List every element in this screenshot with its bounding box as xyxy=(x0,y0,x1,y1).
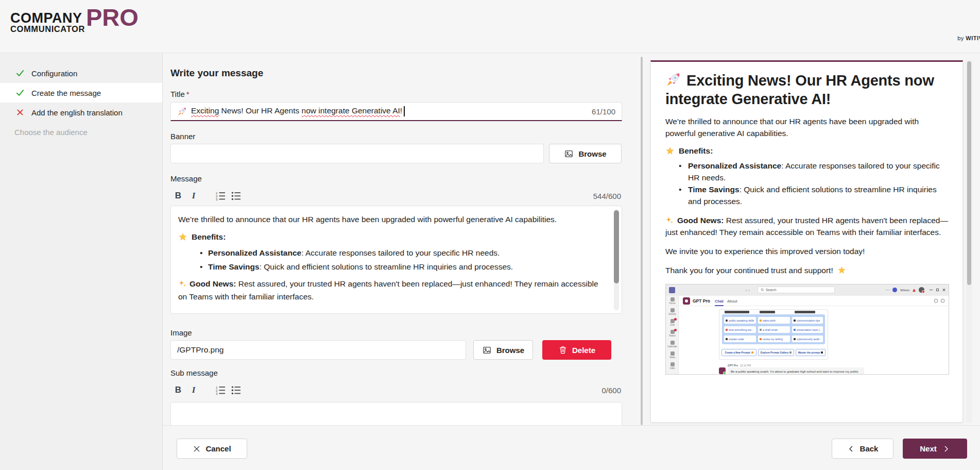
bullet-list-button[interactable] xyxy=(228,382,244,398)
chip-icon xyxy=(726,320,728,322)
rail-item-calendar: Calendar xyxy=(666,339,679,350)
banner-label: Banner xyxy=(170,132,622,141)
prompt-chip: revise my writing xyxy=(758,335,790,342)
preview-benefits-heading: Benefits: xyxy=(665,146,948,156)
sidebar-item-label: Choose the audience xyxy=(14,128,88,137)
svg-text:3: 3 xyxy=(216,392,218,395)
chevron-right-icon xyxy=(942,445,950,453)
glowing-star-emoji-icon xyxy=(665,146,675,156)
teams-logo-icon xyxy=(669,287,675,293)
prompt-chip: cybersecurity audit ... xyxy=(792,335,823,342)
teams-search-box: Search xyxy=(758,287,835,293)
numbered-list-button[interactable]: 123 xyxy=(213,188,228,204)
italic-button[interactable]: I xyxy=(186,188,201,204)
gpt-pro-app-icon xyxy=(683,297,690,305)
prompt-chip: communication tips xyxy=(792,317,823,324)
cancel-button[interactable]: Cancel xyxy=(177,439,247,459)
tasks-icon xyxy=(670,351,675,356)
preview-title: Exciting News! Our HR Agents now integra… xyxy=(665,71,948,108)
message-editor[interactable]: We're thrilled to announce that our HR a… xyxy=(170,206,622,314)
next-button[interactable]: Next xyxy=(903,439,967,459)
app-badge-icon xyxy=(892,288,897,292)
message-toolbar: B I 123 544/600 xyxy=(170,188,622,204)
sparkles-emoji-icon xyxy=(178,279,187,288)
company-communicator-pro-logo: COMPANY COMMUNICATOR PRO by WITIVIO xyxy=(10,6,980,33)
app-header: COMPANY COMMUNICATOR PRO by WITIVIO xyxy=(0,0,980,53)
preview-goodnews-paragraph: Good News: Rest assured, your trusted HR… xyxy=(665,214,948,238)
sidebar-item-label: Configuration xyxy=(31,69,77,78)
alert-triangle-icon xyxy=(913,289,916,292)
prompt-chip: explain code xyxy=(724,335,756,342)
bold-button[interactable]: B xyxy=(170,382,186,398)
avatar xyxy=(919,287,924,293)
bullet-list-button[interactable] xyxy=(228,188,244,204)
preview-thanks-paragraph: Thank you for your continued trust and s… xyxy=(665,264,948,276)
image-label: Image xyxy=(170,328,622,337)
trash-icon xyxy=(558,345,568,355)
error-x-icon xyxy=(14,107,26,118)
sidebar-item-label: Create the message xyxy=(31,89,101,97)
chip-icon xyxy=(726,329,728,331)
chip-icon xyxy=(760,320,762,322)
glowing-star-emoji-icon xyxy=(178,232,187,242)
clipped-column-header xyxy=(760,311,775,313)
teams-app-header: GPT Pro Chat About xyxy=(679,296,949,306)
preview-scrollbar-track[interactable] xyxy=(966,60,972,423)
sidebar-item-choose-audience[interactable]: Choose the audience xyxy=(0,122,162,142)
image-delete-button[interactable]: Delete xyxy=(542,340,611,360)
image-path-input[interactable]: /GPTPro.png xyxy=(170,340,466,360)
prompt-chip: public speaking skills xyxy=(724,317,756,324)
wizard-steps-sidebar: Configuration Create the message Add the… xyxy=(0,53,163,470)
text-cursor xyxy=(404,106,405,116)
message-paragraph: We're thrilled to announce that our HR a… xyxy=(178,213,599,226)
message-form: Write your message Title* Exciting News!… xyxy=(170,53,622,425)
master-the-prompt-chip: Master the prompt xyxy=(796,349,826,356)
back-button[interactable]: Back xyxy=(832,439,893,459)
svg-text:1: 1 xyxy=(216,386,218,389)
teams-app-rail: Home Activity Chat Teams Calendar Tasks … xyxy=(666,296,679,374)
chevron-left-icon xyxy=(847,445,855,453)
header-icons xyxy=(934,299,944,303)
image-browse-button[interactable]: Browse xyxy=(473,340,533,360)
sidebar-item-configuration[interactable]: Configuration xyxy=(0,63,162,83)
rail-item-teams: Teams xyxy=(666,328,679,339)
teams-title-bar: ‹› Search ⋯ Witivio xyxy=(666,284,949,296)
sub-message-toolbar: B I 123 0/600 xyxy=(170,382,622,398)
rail-item-activity: Activity xyxy=(666,307,679,317)
notification-badge xyxy=(674,329,677,331)
glowing-star-emoji-icon xyxy=(837,266,846,275)
rocket-emoji-icon xyxy=(665,72,681,88)
sub-message-editor[interactable] xyxy=(170,402,622,425)
numbered-list-button[interactable]: 123 xyxy=(213,382,228,398)
preview-paragraph: We're thrilled to announce that our HR a… xyxy=(665,115,948,139)
phone-icon xyxy=(670,362,675,366)
benefits-heading: Benefits: xyxy=(178,230,599,243)
sidebar-item-create-message[interactable]: Create the message xyxy=(0,83,162,103)
benefits-list: •Personalized Assistance: Accurate respo… xyxy=(200,246,599,273)
italic-button[interactable]: I xyxy=(186,382,201,398)
banner-browse-button[interactable]: Browse xyxy=(549,144,622,163)
chip-icon xyxy=(760,329,762,331)
chip-icon xyxy=(760,338,762,340)
form-scrollbar[interactable] xyxy=(641,57,643,425)
sidebar-item-english-translation[interactable]: Add the english translation xyxy=(0,103,162,122)
close-icon xyxy=(942,289,945,292)
required-asterisk: * xyxy=(186,90,190,98)
bold-button[interactable]: B xyxy=(170,188,186,204)
chip-icon xyxy=(794,338,796,340)
logo-line2: COMMUNICATOR xyxy=(10,25,85,33)
chat-message-meta: GPT Pro12:11 PM xyxy=(728,364,751,367)
banner-input[interactable] xyxy=(170,144,544,163)
preview-scrollbar-thumb[interactable] xyxy=(967,61,971,285)
tab-about: About xyxy=(727,299,737,304)
teams-titlebar-right: ⋯ Witivio xyxy=(885,287,945,293)
graduation-icon xyxy=(821,351,823,354)
list-item: •Time Savings: Quick and efficient solut… xyxy=(679,183,948,207)
clipped-column-header xyxy=(795,311,815,313)
chip-icon xyxy=(726,338,728,340)
explore-prompt-gallery-chip: Explore Prompt Gallery xyxy=(758,349,794,356)
message-scrollbar-thumb[interactable] xyxy=(614,210,619,283)
notification-badge xyxy=(674,318,677,321)
rail-item-home: Home xyxy=(666,296,679,307)
title-input[interactable]: Exciting News! Our HR Agents now integra… xyxy=(170,102,622,121)
